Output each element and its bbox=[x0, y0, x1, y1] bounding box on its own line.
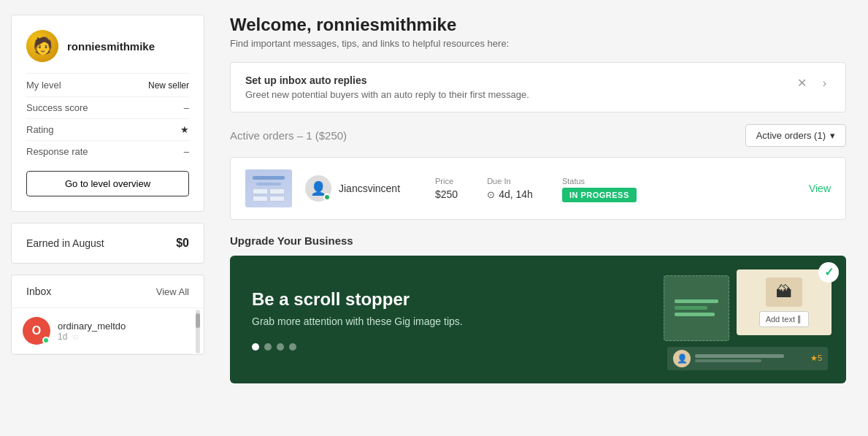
success-score-label: Success score bbox=[26, 102, 88, 113]
add-text-label: Add text bbox=[766, 315, 795, 324]
message-avatar: O bbox=[23, 317, 50, 345]
ao-main: Active orders bbox=[230, 129, 294, 142]
online-indicator bbox=[42, 337, 50, 344]
active-orders-dropdown[interactable]: Active orders (1) ▾ bbox=[745, 124, 846, 147]
dot-1[interactable] bbox=[252, 343, 259, 351]
avatar: 🧑 bbox=[26, 30, 58, 62]
star-icon[interactable]: ☆ bbox=[72, 332, 80, 342]
banner-visual: ✓ 🏔 Add text ▌ 👤 bbox=[664, 269, 831, 370]
rating-label: Rating bbox=[26, 124, 54, 135]
dot-3[interactable] bbox=[277, 343, 284, 351]
auto-reply-actions: ✕ › bbox=[793, 74, 831, 91]
upgrade-banner: Be a scroll stopper Grab more attention … bbox=[230, 256, 846, 383]
earned-label: Earned in August bbox=[26, 237, 104, 249]
add-text-box: Add text ▌ bbox=[759, 311, 810, 327]
upgrade-text: Be a scroll stopper Grab more attention … bbox=[252, 289, 463, 351]
response-rate-row: Response rate – bbox=[26, 140, 189, 162]
price-label: Price bbox=[435, 177, 458, 186]
success-score-value: – bbox=[184, 102, 189, 113]
price-col: Price $250 bbox=[435, 177, 458, 200]
due-col: Due In ⊙ 4d, 14h bbox=[487, 177, 533, 200]
close-button[interactable]: ✕ bbox=[793, 74, 811, 91]
price-value: $250 bbox=[435, 188, 458, 200]
username: ronniesmithmike bbox=[67, 40, 155, 53]
sidebar: 🧑 ronniesmithmike My level New seller Su… bbox=[0, 0, 215, 436]
rating-value: ★ bbox=[180, 124, 189, 135]
upgrade-title: Upgrade Your Business bbox=[230, 234, 846, 247]
earned-card: Earned in August $0 bbox=[11, 223, 204, 264]
message-meta: 1d ☆ bbox=[58, 332, 183, 342]
auto-reply-title: Set up inbox auto replies bbox=[245, 74, 529, 86]
my-level-row: My level New seller bbox=[26, 73, 189, 96]
dot-4[interactable] bbox=[289, 343, 296, 351]
go-to-level-overview-button[interactable]: Go to level overview bbox=[26, 171, 189, 196]
banner-dashed-card bbox=[664, 275, 729, 341]
status-col: Status IN PROGRESS bbox=[562, 177, 637, 200]
bottom-strip: 👤 ★5 bbox=[667, 347, 828, 370]
order-details: Price $250 Due In ⊙ 4d, 14h Status IN PR… bbox=[435, 177, 796, 200]
stars-rating: ★5 bbox=[810, 353, 822, 363]
order-thumbnail bbox=[245, 169, 292, 207]
dot-2[interactable] bbox=[264, 343, 272, 351]
order-card: 👤 Jiancsvincent Price $250 Due In ⊙ 4d, … bbox=[230, 157, 846, 220]
buyer-info: 👤 Jiancsvincent bbox=[305, 175, 422, 202]
response-rate-value: – bbox=[184, 146, 189, 157]
auto-reply-card: Set up inbox auto replies Greet new pote… bbox=[230, 62, 846, 112]
cursor-icon: ▌ bbox=[798, 315, 802, 323]
clock-icon: ⊙ bbox=[487, 189, 495, 200]
earned-value: $0 bbox=[176, 237, 189, 250]
view-all-link[interactable]: View All bbox=[156, 286, 189, 297]
arrow-button[interactable]: › bbox=[818, 75, 831, 91]
mountain-icon: 🏔 bbox=[776, 283, 792, 302]
check-circle-icon: ✓ bbox=[818, 262, 839, 283]
rating-row: Rating ★ bbox=[26, 118, 189, 140]
response-rate-label: Response rate bbox=[26, 146, 88, 157]
due-label: Due In bbox=[487, 177, 533, 186]
scrollbar-thumb[interactable] bbox=[196, 313, 200, 328]
main-content: Welcome, ronniesmithmike Find important … bbox=[215, 0, 868, 436]
buyer-avatar: 👤 bbox=[305, 175, 331, 202]
dropdown-label: Active orders (1) bbox=[756, 130, 826, 141]
buyer-online-dot bbox=[323, 194, 331, 201]
view-order-link[interactable]: View bbox=[809, 183, 831, 194]
active-orders-header: Active orders – 1 ($250) Active orders (… bbox=[230, 124, 846, 147]
level-value: New seller bbox=[148, 80, 189, 91]
inbox-card: Inbox View All O ordinary_meltdo 1d bbox=[11, 275, 204, 355]
auto-reply-desc: Greet new potential buyers with an auto … bbox=[245, 89, 529, 100]
profile-card: 🧑 ronniesmithmike My level New seller Su… bbox=[11, 15, 204, 212]
status-label: Status bbox=[562, 177, 637, 186]
message-time: 1d bbox=[58, 332, 67, 342]
auto-reply-content: Set up inbox auto replies Greet new pote… bbox=[245, 74, 529, 100]
my-level-label: My level bbox=[26, 80, 61, 91]
profile-header: 🧑 ronniesmithmike bbox=[26, 30, 189, 62]
welcome-subtitle: Find important messages, tips, and links… bbox=[230, 38, 846, 49]
ao-summary: – 1 ($250) bbox=[294, 129, 347, 142]
inbox-title: Inbox bbox=[26, 286, 51, 297]
upgrade-desc: Grab more attention with these Gig image… bbox=[252, 315, 463, 327]
person-avatar-small: 👤 bbox=[673, 350, 691, 367]
due-value: ⊙ 4d, 14h bbox=[487, 188, 533, 200]
active-orders-title: Active orders – 1 ($250) bbox=[230, 129, 347, 142]
welcome-title: Welcome, ronniesmithmike bbox=[230, 15, 846, 35]
success-score-row: Success score – bbox=[26, 96, 189, 118]
banner-image-card: ✓ 🏔 Add text ▌ bbox=[737, 269, 831, 335]
inbox-item[interactable]: O ordinary_meltdo 1d ☆ bbox=[12, 308, 193, 354]
chevron-down-icon: ▾ bbox=[830, 130, 835, 141]
thumbnail-image: 🏔 bbox=[766, 278, 802, 307]
inbox-header: Inbox View All bbox=[12, 275, 204, 308]
scrollbar-track[interactable] bbox=[196, 310, 200, 353]
buyer-name: Jiancsvincent bbox=[339, 183, 400, 194]
status-badge: IN PROGRESS bbox=[562, 188, 637, 202]
banner-dots bbox=[252, 343, 463, 351]
upgrade-heading: Be a scroll stopper bbox=[252, 289, 463, 310]
sender-name: ordinary_meltdo bbox=[58, 321, 183, 332]
message-info: ordinary_meltdo 1d ☆ bbox=[58, 321, 183, 342]
